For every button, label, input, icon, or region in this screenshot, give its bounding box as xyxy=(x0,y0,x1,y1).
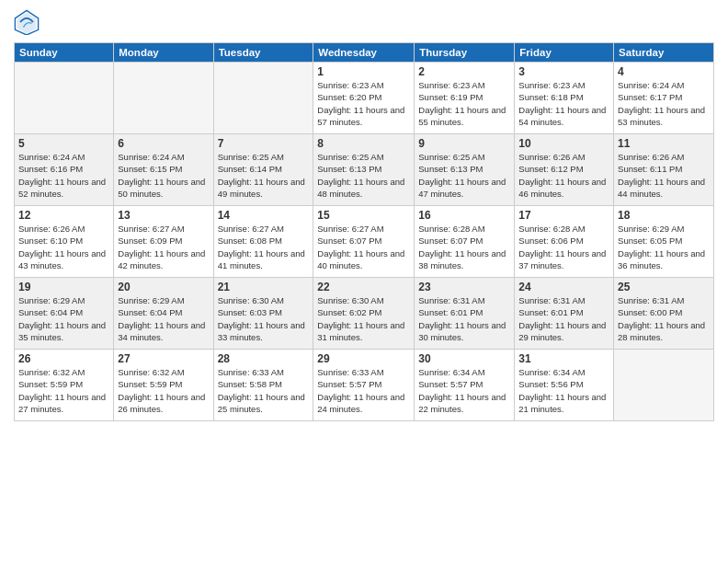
day-info: Sunrise: 6:32 AM Sunset: 5:59 PM Dayligh… xyxy=(118,366,209,415)
day-number: 2 xyxy=(418,65,510,78)
day-info: Sunrise: 6:23 AM Sunset: 6:20 PM Dayligh… xyxy=(317,79,410,128)
calendar-week-row: 12Sunrise: 6:26 AM Sunset: 6:10 PM Dayli… xyxy=(15,206,714,278)
calendar-cell: 21Sunrise: 6:30 AM Sunset: 6:03 PM Dayli… xyxy=(213,278,313,350)
day-info: Sunrise: 6:29 AM Sunset: 6:05 PM Dayligh… xyxy=(618,223,710,271)
day-number: 13 xyxy=(118,209,209,222)
day-number: 12 xyxy=(18,209,109,222)
calendar-cell: 7Sunrise: 6:25 AM Sunset: 6:14 PM Daylig… xyxy=(213,134,313,206)
calendar-cell xyxy=(213,63,313,134)
day-number: 6 xyxy=(118,137,209,150)
day-info: Sunrise: 6:31 AM Sunset: 6:01 PM Dayligh… xyxy=(418,294,510,343)
day-info: Sunrise: 6:26 AM Sunset: 6:12 PM Dayligh… xyxy=(518,151,609,200)
day-number: 21 xyxy=(218,281,310,293)
day-number: 7 xyxy=(218,137,310,150)
day-number: 26 xyxy=(18,352,109,365)
calendar-cell: 2Sunrise: 6:23 AM Sunset: 6:19 PM Daylig… xyxy=(415,63,515,134)
day-info: Sunrise: 6:24 AM Sunset: 6:17 PM Dayligh… xyxy=(618,79,710,128)
calendar-cell: 17Sunrise: 6:28 AM Sunset: 6:06 PM Dayli… xyxy=(515,206,614,278)
day-number: 31 xyxy=(518,352,609,365)
day-number: 25 xyxy=(618,281,710,293)
calendar-cell xyxy=(114,63,213,134)
calendar-cell: 6Sunrise: 6:24 AM Sunset: 6:15 PM Daylig… xyxy=(114,134,213,206)
day-info: Sunrise: 6:30 AM Sunset: 6:02 PM Dayligh… xyxy=(317,294,410,343)
calendar-cell: 20Sunrise: 6:29 AM Sunset: 6:04 PM Dayli… xyxy=(114,278,213,350)
weekday-header: Thursday xyxy=(415,43,515,63)
calendar-cell: 5Sunrise: 6:24 AM Sunset: 6:16 PM Daylig… xyxy=(15,134,114,206)
calendar-cell: 24Sunrise: 6:31 AM Sunset: 6:01 PM Dayli… xyxy=(515,278,614,350)
day-number: 17 xyxy=(518,209,609,222)
day-number: 19 xyxy=(18,281,109,293)
day-info: Sunrise: 6:23 AM Sunset: 6:18 PM Dayligh… xyxy=(518,79,609,128)
day-number: 29 xyxy=(317,352,410,365)
day-info: Sunrise: 6:33 AM Sunset: 5:58 PM Dayligh… xyxy=(218,366,310,415)
calendar-cell: 12Sunrise: 6:26 AM Sunset: 6:10 PM Dayli… xyxy=(15,206,114,278)
day-number: 22 xyxy=(317,281,410,293)
calendar-cell xyxy=(614,350,714,421)
calendar-cell: 4Sunrise: 6:24 AM Sunset: 6:17 PM Daylig… xyxy=(614,63,714,134)
day-info: Sunrise: 6:26 AM Sunset: 6:11 PM Dayligh… xyxy=(618,151,710,200)
calendar-cell: 27Sunrise: 6:32 AM Sunset: 5:59 PM Dayli… xyxy=(114,350,213,421)
calendar-cell: 31Sunrise: 6:34 AM Sunset: 5:56 PM Dayli… xyxy=(515,350,614,421)
day-number: 27 xyxy=(118,352,209,365)
day-info: Sunrise: 6:34 AM Sunset: 5:56 PM Dayligh… xyxy=(518,366,609,415)
weekday-header: Saturday xyxy=(614,43,714,63)
day-number: 10 xyxy=(518,137,609,150)
day-info: Sunrise: 6:26 AM Sunset: 6:10 PM Dayligh… xyxy=(18,223,109,271)
day-info: Sunrise: 6:23 AM Sunset: 6:19 PM Dayligh… xyxy=(418,79,510,128)
day-number: 4 xyxy=(618,65,710,78)
day-number: 16 xyxy=(418,209,510,222)
calendar-cell: 9Sunrise: 6:25 AM Sunset: 6:13 PM Daylig… xyxy=(415,134,515,206)
calendar-cell: 10Sunrise: 6:26 AM Sunset: 6:12 PM Dayli… xyxy=(515,134,614,206)
weekday-header: Wednesday xyxy=(313,43,415,63)
weekday-header: Monday xyxy=(114,43,213,63)
day-info: Sunrise: 6:27 AM Sunset: 6:08 PM Dayligh… xyxy=(218,223,310,271)
day-number: 1 xyxy=(317,65,410,78)
calendar-cell: 26Sunrise: 6:32 AM Sunset: 5:59 PM Dayli… xyxy=(15,350,114,421)
day-number: 5 xyxy=(18,137,109,150)
day-info: Sunrise: 6:33 AM Sunset: 5:57 PM Dayligh… xyxy=(317,366,410,415)
calendar-cell: 3Sunrise: 6:23 AM Sunset: 6:18 PM Daylig… xyxy=(515,63,614,134)
calendar-cell: 11Sunrise: 6:26 AM Sunset: 6:11 PM Dayli… xyxy=(614,134,714,206)
calendar-week-row: 26Sunrise: 6:32 AM Sunset: 5:59 PM Dayli… xyxy=(15,350,714,421)
day-info: Sunrise: 6:31 AM Sunset: 6:00 PM Dayligh… xyxy=(618,294,710,343)
day-info: Sunrise: 6:25 AM Sunset: 6:13 PM Dayligh… xyxy=(317,151,410,200)
calendar-cell: 23Sunrise: 6:31 AM Sunset: 6:01 PM Dayli… xyxy=(415,278,515,350)
day-info: Sunrise: 6:24 AM Sunset: 6:15 PM Dayligh… xyxy=(118,151,209,200)
calendar-cell: 28Sunrise: 6:33 AM Sunset: 5:58 PM Dayli… xyxy=(213,350,313,421)
calendar-cell: 22Sunrise: 6:30 AM Sunset: 6:02 PM Dayli… xyxy=(313,278,415,350)
calendar-cell: 19Sunrise: 6:29 AM Sunset: 6:04 PM Dayli… xyxy=(15,278,114,350)
day-info: Sunrise: 6:30 AM Sunset: 6:03 PM Dayligh… xyxy=(218,294,310,343)
day-number: 28 xyxy=(218,352,310,365)
day-number: 8 xyxy=(317,137,410,150)
logo xyxy=(14,9,43,35)
calendar-cell: 18Sunrise: 6:29 AM Sunset: 6:05 PM Dayli… xyxy=(614,206,714,278)
day-info: Sunrise: 6:32 AM Sunset: 5:59 PM Dayligh… xyxy=(18,366,109,415)
calendar-cell: 14Sunrise: 6:27 AM Sunset: 6:08 PM Dayli… xyxy=(213,206,313,278)
day-number: 30 xyxy=(418,352,510,365)
calendar-header-row: SundayMondayTuesdayWednesdayThursdayFrid… xyxy=(15,43,714,63)
day-number: 20 xyxy=(118,281,209,293)
calendar-week-row: 19Sunrise: 6:29 AM Sunset: 6:04 PM Dayli… xyxy=(15,278,714,350)
day-number: 23 xyxy=(418,281,510,293)
calendar-table: SundayMondayTuesdayWednesdayThursdayFrid… xyxy=(14,42,714,421)
day-info: Sunrise: 6:29 AM Sunset: 6:04 PM Dayligh… xyxy=(118,294,209,343)
calendar-cell: 1Sunrise: 6:23 AM Sunset: 6:20 PM Daylig… xyxy=(313,63,415,134)
calendar-cell: 13Sunrise: 6:27 AM Sunset: 6:09 PM Dayli… xyxy=(114,206,213,278)
weekday-header: Friday xyxy=(515,43,614,63)
calendar-cell: 29Sunrise: 6:33 AM Sunset: 5:57 PM Dayli… xyxy=(313,350,415,421)
calendar-cell xyxy=(15,63,114,134)
day-number: 15 xyxy=(317,209,410,222)
day-number: 11 xyxy=(618,137,710,150)
day-info: Sunrise: 6:28 AM Sunset: 6:06 PM Dayligh… xyxy=(518,223,609,271)
day-number: 9 xyxy=(418,137,510,150)
day-info: Sunrise: 6:27 AM Sunset: 6:09 PM Dayligh… xyxy=(118,223,209,271)
day-info: Sunrise: 6:31 AM Sunset: 6:01 PM Dayligh… xyxy=(518,294,609,343)
day-info: Sunrise: 6:25 AM Sunset: 6:13 PM Dayligh… xyxy=(418,151,510,200)
calendar-week-row: 1Sunrise: 6:23 AM Sunset: 6:20 PM Daylig… xyxy=(15,63,714,134)
calendar-week-row: 5Sunrise: 6:24 AM Sunset: 6:16 PM Daylig… xyxy=(15,134,714,206)
day-number: 14 xyxy=(218,209,310,222)
day-number: 3 xyxy=(518,65,609,78)
calendar-cell: 25Sunrise: 6:31 AM Sunset: 6:00 PM Dayli… xyxy=(614,278,714,350)
calendar-cell: 8Sunrise: 6:25 AM Sunset: 6:13 PM Daylig… xyxy=(313,134,415,206)
day-number: 18 xyxy=(618,209,710,222)
